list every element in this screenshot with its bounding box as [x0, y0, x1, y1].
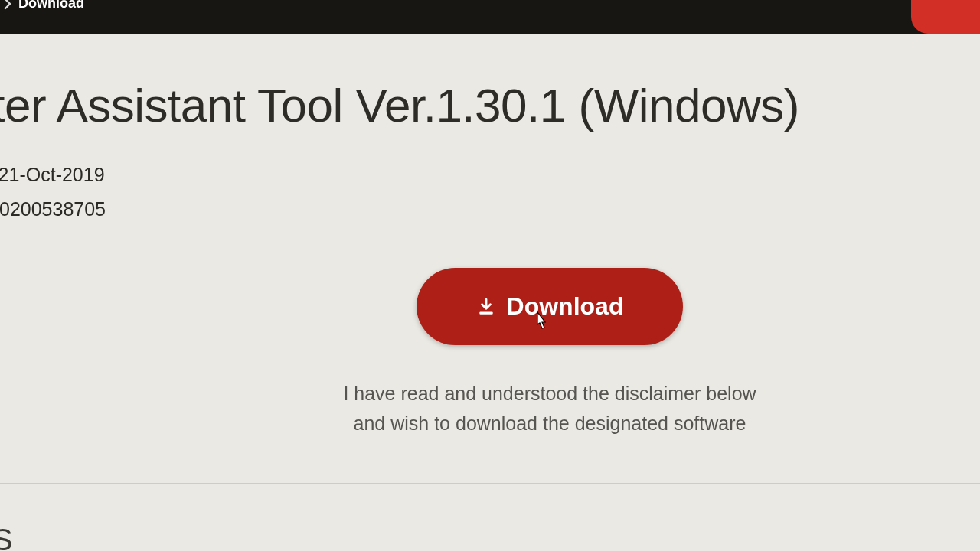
download-button[interactable]: Download [416, 268, 684, 345]
svg-rect-0 [479, 311, 492, 314]
download-button-label: Download [507, 292, 624, 321]
page-header: Download [0, 0, 980, 34]
footer-stub: S [0, 523, 13, 551]
chevron-right-icon [4, 0, 12, 10]
meta-block: ted : 21-Oct-2019 ber : 0200538705 [0, 158, 980, 227]
disclaimer-line-2: and wish to download the designated soft… [343, 409, 756, 439]
number-value: 0200538705 [0, 198, 106, 220]
page-title: inter Assistant Tool Ver.1.30.1 (Windows… [0, 80, 980, 132]
number-row: ber : 0200538705 [0, 192, 980, 227]
breadcrumb[interactable]: Download [0, 0, 84, 11]
download-disclaimer: I have read and understood the disclaime… [343, 379, 756, 439]
section-divider [0, 483, 980, 484]
main-content: inter Assistant Tool Ver.1.30.1 (Windows… [0, 34, 980, 227]
disclaimer-line-1: I have read and understood the disclaime… [343, 379, 756, 409]
breadcrumb-label: Download [18, 0, 84, 11]
download-section: Download I have read and understood the … [44, 268, 980, 439]
updated-value: 21-Oct-2019 [0, 164, 105, 185]
header-accent-button[interactable] [911, 0, 980, 34]
updated-row: ted : 21-Oct-2019 [0, 158, 980, 192]
download-icon [476, 297, 496, 317]
